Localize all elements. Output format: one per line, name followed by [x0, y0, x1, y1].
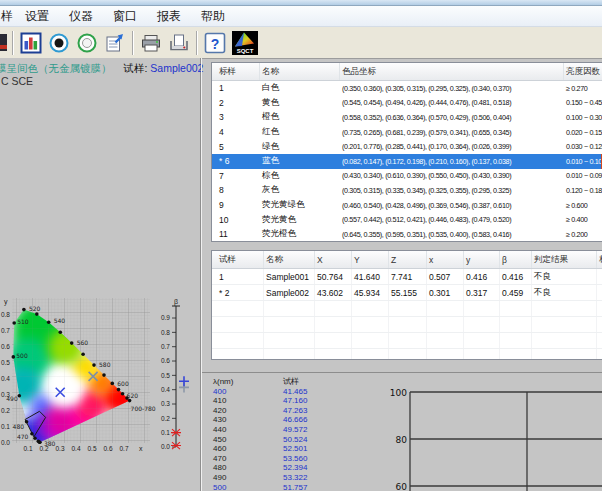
svg-text:0.1: 0.1	[161, 429, 170, 436]
svg-text:0.8: 0.8	[161, 329, 170, 336]
empty-cell	[212, 333, 264, 348]
sqct-logo-button[interactable]: SQCT	[229, 30, 261, 56]
measure-target-icon	[48, 32, 70, 54]
cell-luminance-factor: 0.150 ~ 0.450	[564, 98, 602, 107]
standards-row[interactable]: 3橙色(0.558, 0.352), (0.636, 0.364), (0.57…	[212, 110, 602, 125]
cell-standard-id: 4	[212, 127, 260, 137]
cell-reflectance: 47.160	[283, 396, 307, 406]
report-export-button[interactable]	[101, 30, 129, 56]
menu-item-sample[interactable]: 样	[0, 6, 15, 27]
sample-row[interactable]: 1Sample00150.76441.6407.7410.5070.4160.4…	[212, 269, 602, 285]
empty-cell	[464, 301, 500, 316]
empty-cell	[427, 301, 464, 316]
standards-row[interactable]: * 6蓝色(0.082, 0.147), (0.172, 0.198), (0.…	[212, 154, 602, 169]
cell-standard-name: 荧光黄绿色	[260, 199, 340, 211]
print-button[interactable]	[137, 30, 165, 56]
spectral-row: 43046.666	[213, 415, 307, 425]
standards-row[interactable]: 11荧光橙色(0.645, 0.355), (0.595, 0.351), (0…	[212, 227, 602, 242]
svg-text:0.1: 0.1	[1, 423, 10, 430]
cell-chromaticity-coords: (0.082, 0.147), (0.172, 0.198), (0.210, …	[340, 157, 564, 166]
cell-standard-id: 3	[212, 112, 260, 122]
svg-text:540: 540	[54, 317, 66, 324]
standards-row[interactable]: 9荧光黄绿色(0.460, 0.540), (0.428, 0.496), (0…	[212, 198, 602, 213]
menu-item-report[interactable]: 报表	[147, 6, 191, 27]
standards-row[interactable]: 8灰色(0.305, 0.315), (0.335, 0.345), (0.32…	[212, 183, 602, 198]
svg-text:0.5: 0.5	[1, 359, 10, 366]
svg-text:0.5: 0.5	[161, 372, 170, 379]
chart-button[interactable]	[17, 30, 45, 56]
standards-table: 标样名称色品坐标亮度因数 1白色(0.350, 0.360), (0.305, …	[211, 62, 602, 242]
cell-X: 50.764	[315, 269, 352, 284]
column-header: Y	[352, 251, 389, 268]
spectral-row: 48052.394	[213, 463, 307, 473]
empty-cell	[212, 317, 264, 332]
cell-result: 不良	[532, 269, 597, 284]
empty-cell	[500, 349, 532, 360]
standards-row[interactable]: 10荧光黄色(0.557, 0.442), (0.512, 0.421), (0…	[212, 212, 602, 227]
cell-x: 0.301	[427, 285, 464, 300]
menu-item-instrument[interactable]: 仪器	[59, 6, 103, 27]
svg-text:0.8: 0.8	[1, 311, 10, 318]
menu-item-settings[interactable]: 设置	[15, 6, 59, 27]
standards-row[interactable]: 2黄色(0.545, 0.454), (0.494, 0.426), (0.44…	[212, 96, 602, 111]
column-header: 标样	[597, 251, 602, 268]
cell-wavelength: 450	[213, 435, 283, 445]
cell-luminance-factor: 0.010 ~ 0.090	[564, 171, 602, 180]
sample-row[interactable]: * 2Sample00243.60245.93455.1550.3010.317…	[212, 285, 602, 301]
cell-wavelength: 440	[213, 425, 283, 435]
cell-reflectance: 53.322	[283, 473, 307, 483]
standards-row[interactable]: 4红色(0.735, 0.265), (0.681, 0.239), (0.57…	[212, 125, 602, 140]
measure-button[interactable]	[45, 30, 73, 56]
spectral-row: 42047.263	[213, 406, 307, 416]
svg-text:470: 470	[17, 433, 29, 440]
sample-name-link[interactable]: Sample002	[150, 62, 203, 74]
standards-row[interactable]: 5绿色(0.201, 0.776), (0.285, 0.441), (0.17…	[212, 139, 602, 154]
cell-standard-name: 荧光黄色	[260, 214, 340, 226]
cell-y: 0.416	[464, 269, 500, 284]
mode-text: SCE	[12, 75, 34, 87]
empty-cell	[427, 349, 464, 360]
cell-standard-id: 7	[212, 171, 260, 181]
report-export-icon	[104, 32, 126, 54]
column-header: β	[500, 251, 532, 268]
empty-cell	[315, 333, 352, 348]
cell-wavelength: 430	[213, 415, 283, 425]
calibrate-button[interactable]	[73, 30, 101, 56]
empty-cell	[264, 301, 315, 316]
cell-standard-name: 灰色	[260, 184, 340, 196]
cell-beta: 0.416	[500, 269, 532, 284]
cell-wavelength: 480	[213, 463, 283, 473]
svg-text:0.2: 0.2	[1, 407, 10, 414]
cell-luminance-factor: 0.120 ~ 0.180	[564, 186, 602, 195]
cell-standard-name: 棕色	[260, 170, 340, 182]
samples-table-body: 1Sample00150.76441.6407.7410.5070.4160.4…	[212, 269, 602, 360]
chromaticity-diagram: 380470480490500510520540560580600620700-…	[0, 296, 200, 491]
empty-cell	[264, 317, 315, 332]
menu-item-help[interactable]: 帮助	[191, 6, 235, 27]
empty-cell	[427, 317, 464, 332]
data-region: 标样名称色品坐标亮度因数 1白色(0.350, 0.360), (0.305, …	[201, 58, 602, 491]
cell-wavelength: 500	[213, 483, 283, 491]
cell-chromaticity-coords: (0.557, 0.442), (0.512, 0.421), (0.446, …	[340, 215, 564, 224]
standards-row[interactable]: 1白色(0.350, 0.360), (0.305, 0.315), (0.29…	[212, 81, 602, 96]
toolbar-separator	[196, 31, 198, 55]
standards-row[interactable]: 7棕色(0.430, 0.340), (0.610, 0.390), (0.55…	[212, 169, 602, 184]
svg-text:510: 510	[17, 318, 29, 325]
svg-text:100: 100	[390, 388, 407, 398]
help-button[interactable]: ?	[201, 30, 229, 56]
samples-table-header: 试样名称XYZxyβ判定结果标样	[212, 251, 602, 269]
spectral-row: 44049.572	[213, 425, 307, 435]
svg-text:0.3: 0.3	[1, 391, 10, 398]
cell-name: Sample002	[264, 285, 315, 300]
menu-item-window[interactable]: 窗口	[103, 6, 147, 27]
empty-cell	[389, 349, 427, 360]
cell-standard-name: 绿色	[260, 141, 340, 153]
clipped-toolbar-button[interactable]	[0, 30, 9, 56]
svg-text:0.3: 0.3	[161, 400, 170, 407]
empty-cell	[500, 301, 532, 316]
help-icon: ?	[204, 32, 226, 54]
print-out-button[interactable]	[165, 30, 193, 56]
cell-luminance-factor: 0.030 ~ 0.120	[564, 142, 602, 151]
svg-text:600: 600	[117, 380, 129, 387]
clipped-icon	[0, 32, 8, 54]
